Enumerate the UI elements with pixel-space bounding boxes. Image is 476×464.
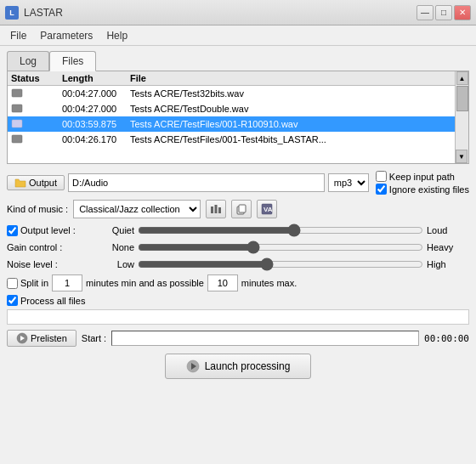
file-row[interactable]: 00:04:26.170 Tests ACRE/TestFiles/001-Te… — [8, 132, 455, 147]
close-button[interactable]: ✕ — [454, 5, 471, 20]
output-level-slider-container — [138, 224, 423, 237]
gain-control-row: Gain control : None Heavy — [7, 240, 469, 254]
prelisten-icon — [16, 332, 28, 344]
progress-area — [7, 309, 469, 325]
file-list: 00:04:27.000 Tests ACRE/Test32bits.wav 0… — [8, 86, 455, 159]
file-list-header: Status Length File — [8, 71, 455, 86]
output-level-checkbox[interactable] — [7, 225, 18, 236]
col-file: File — [130, 73, 451, 83]
output-level-row: Output level : Quiet Loud — [7, 224, 469, 237]
window-controls: — □ ✕ — [416, 5, 471, 20]
row-length: 00:04:27.000 — [62, 88, 130, 99]
output-level-right: Loud — [427, 225, 469, 235]
format-select[interactable]: mp3 wav flac ogg — [328, 173, 369, 192]
time-display: 00:00:00 — [424, 333, 469, 344]
split-in-label[interactable]: Split in — [7, 278, 48, 289]
controls-section: Output mp3 wav flac ogg Keep input path … — [7, 171, 469, 379]
gain-control-slider[interactable] — [138, 240, 423, 254]
svg-rect-4 — [211, 207, 213, 213]
app-title: LASTAR — [24, 7, 63, 19]
split-min-input[interactable] — [52, 274, 82, 291]
gain-control-left: None — [92, 242, 134, 252]
launch-button-container: Launch processing — [7, 354, 469, 379]
col-length: Length — [62, 73, 130, 83]
output-path-input[interactable] — [68, 173, 325, 192]
maximize-button[interactable]: □ — [435, 5, 452, 20]
main-window: Log Files Status Length File 00:04:27.00… — [0, 46, 476, 384]
svg-rect-6 — [218, 207, 221, 213]
col-status: Status — [11, 73, 62, 83]
start-label: Start : — [82, 333, 106, 343]
start-progress-bar — [111, 331, 419, 346]
noise-level-right: High — [427, 259, 469, 269]
output-level-slider[interactable] — [138, 224, 423, 237]
copy-icon — [235, 203, 247, 215]
menu-help[interactable]: Help — [99, 28, 134, 43]
keep-input-path-label[interactable]: Keep input path — [376, 171, 469, 182]
noise-level-slider-container — [138, 257, 423, 271]
output-row: Output mp3 wav flac ogg Keep input path … — [7, 171, 469, 195]
kind-info-button[interactable] — [206, 200, 226, 218]
svg-rect-2 — [12, 120, 22, 127]
kind-of-music-row: Kind of music : Classical/Jazz collectio… — [7, 200, 469, 218]
folder-icon — [14, 178, 26, 188]
gain-control-right: Heavy — [427, 242, 469, 252]
file-panel: Status Length File 00:04:27.000 Tests AC… — [7, 71, 469, 164]
title-bar: L LASTAR — □ ✕ — [0, 0, 476, 25]
kind-label: Kind of music : — [7, 204, 68, 214]
tab-log[interactable]: Log — [7, 51, 49, 71]
prelisten-button[interactable]: Prelisten — [7, 330, 76, 347]
row-status — [11, 133, 62, 145]
row-status — [11, 118, 62, 130]
svg-text:VAD: VAD — [264, 206, 273, 213]
noise-level-label: Noise level : — [7, 259, 92, 269]
keep-input-path-checkbox[interactable] — [376, 171, 387, 182]
split-in-row: Split in minutes min and as possible min… — [7, 274, 469, 291]
tab-files[interactable]: Files — [49, 51, 96, 71]
menu-parameters[interactable]: Parameters — [33, 28, 99, 43]
split-min-label: minutes min and as possible — [86, 278, 204, 288]
row-file: Tests ACRE/Test32bits.wav — [130, 88, 451, 99]
app-icon: L — [5, 6, 19, 20]
svg-rect-1 — [12, 105, 22, 112]
row-file: Tests ACRE/TestDouble.wav — [130, 104, 451, 114]
row-length: 00:04:26.170 — [62, 134, 130, 144]
process-all-label[interactable]: Process all files — [7, 295, 85, 306]
gain-control-label: Gain control : — [7, 242, 92, 252]
file-row[interactable]: 00:04:27.000 Tests ACRE/TestDouble.wav — [8, 101, 455, 116]
file-row-selected[interactable]: 00:03:59.875 Tests ACRE/TestFiles/001-R1… — [8, 116, 455, 132]
split-max-input[interactable] — [207, 274, 238, 291]
ignore-existing-label[interactable]: Ignore existing files — [376, 184, 469, 195]
row-file: Tests ACRE/TestFiles/001-R100910.wav — [130, 119, 451, 129]
launch-processing-button[interactable]: Launch processing — [165, 354, 312, 379]
row-file: Tests ACRE/TestFiles/001-Test4bits_LASTA… — [130, 134, 451, 144]
output-button[interactable]: Output — [7, 175, 65, 190]
output-button-label: Output — [29, 178, 57, 188]
menu-file[interactable]: File — [3, 28, 33, 43]
preset-icon: VAD — [261, 203, 273, 215]
equalizer-icon — [210, 203, 222, 215]
svg-rect-5 — [215, 205, 218, 213]
launch-icon — [186, 359, 200, 373]
svg-rect-8 — [239, 205, 246, 212]
menu-bar: File Parameters Help — [0, 25, 476, 46]
split-max-label: minutes max. — [241, 278, 297, 288]
split-in-checkbox[interactable] — [7, 278, 18, 289]
svg-rect-3 — [12, 135, 22, 143]
minimize-button[interactable]: — — [416, 5, 434, 20]
kind-copy-button[interactable] — [231, 200, 252, 218]
process-all-row: Process all files — [7, 295, 469, 306]
noise-level-row: Noise level : Low High — [7, 257, 469, 271]
process-all-checkbox[interactable] — [7, 295, 18, 306]
output-level-label[interactable]: Output level : — [7, 225, 92, 236]
kind-select[interactable]: Classical/Jazz collection Rock/Pop Elect… — [73, 200, 201, 218]
noise-level-slider[interactable] — [138, 257, 423, 271]
gain-control-slider-container — [138, 240, 423, 254]
kind-preset-button[interactable]: VAD — [257, 200, 277, 218]
bottom-controls: Prelisten Start : 00:00:00 — [7, 330, 469, 347]
ignore-existing-checkbox[interactable] — [376, 184, 387, 195]
row-status — [11, 88, 62, 99]
output-checkboxes: Keep input path Ignore existing files — [376, 171, 469, 195]
file-scrollbar[interactable]: ▲ ▼ — [455, 71, 468, 163]
file-row[interactable]: 00:04:27.000 Tests ACRE/Test32bits.wav — [8, 86, 455, 101]
